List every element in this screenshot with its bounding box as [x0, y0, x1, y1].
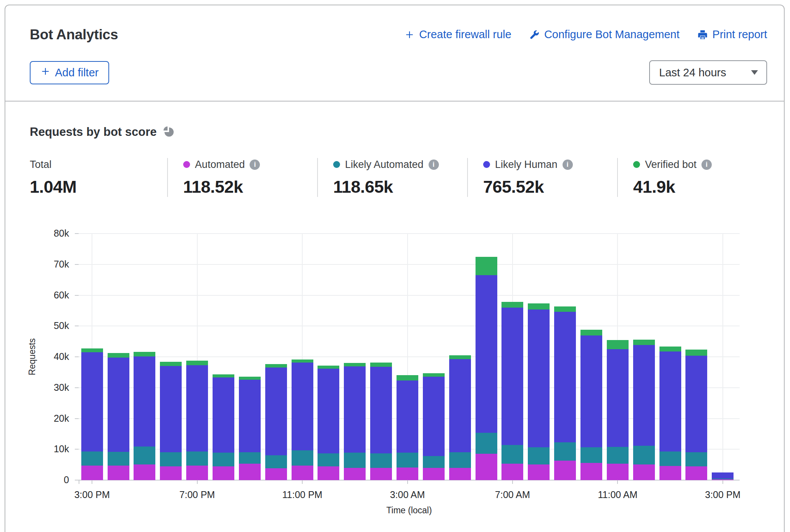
bar-segment-verified-bot: [607, 340, 629, 349]
bar-segment-verified-bot: [292, 360, 313, 362]
bar-hour-18[interactable]: [554, 306, 576, 480]
bar-hour-7[interactable]: [265, 364, 287, 480]
bar-hour-16[interactable]: [501, 302, 523, 480]
bar-segment-likely-human: [160, 366, 182, 452]
plus-icon: [40, 66, 50, 79]
bar-segment-verified-bot: [213, 374, 234, 377]
bar-segment-likely-human: [134, 356, 155, 447]
bar-hour-10[interactable]: [344, 363, 366, 480]
bar-hour-4[interactable]: [186, 361, 208, 480]
bar-hour-21[interactable]: [633, 340, 655, 480]
bar-segment-likely-human: [81, 352, 103, 451]
bar-segment-automated: [344, 468, 366, 480]
bar-segment-automated: [607, 464, 629, 480]
legend-dot-automated: [183, 161, 190, 168]
info-icon[interactable]: i: [429, 160, 439, 170]
time-range-value: Last 24 hours: [659, 66, 726, 79]
bar-segment-verified-bot: [239, 377, 261, 379]
bar-segment-verified-bot: [580, 330, 602, 335]
bar-hour-9[interactable]: [318, 366, 339, 480]
bar-segment-automated: [239, 464, 261, 480]
x-tick-mark: [79, 480, 79, 484]
x-tick-label: 3:00 PM: [685, 489, 761, 500]
bar-segment-likely-human: [292, 363, 313, 451]
bar-segment-verified-bot: [108, 353, 129, 357]
stat-total: Total 1.04M: [30, 158, 167, 197]
bar-hour-14[interactable]: [449, 355, 471, 480]
bar-hour-13[interactable]: [423, 373, 445, 480]
gridline: [79, 295, 740, 296]
y-tick-mark: [75, 264, 79, 265]
bar-segment-likely-automated: [81, 451, 103, 466]
bar-segment-verified-bot: [397, 375, 418, 381]
y-tick-mark: [75, 387, 79, 388]
bar-hour-11[interactable]: [370, 363, 392, 480]
bar-hour-22[interactable]: [659, 347, 681, 480]
pie-chart-icon[interactable]: [163, 125, 175, 139]
bar-hour-0[interactable]: [81, 348, 103, 480]
bar-hour-8[interactable]: [292, 360, 313, 480]
info-icon[interactable]: i: [701, 160, 712, 170]
bar-segment-verified-bot: [449, 355, 471, 359]
bar-segment-likely-automated: [213, 453, 234, 466]
bar-segment-verified-bot: [685, 350, 707, 355]
stat-value: 765.52k: [483, 177, 617, 197]
bar-hour-1[interactable]: [108, 353, 129, 480]
bar-hour-6[interactable]: [239, 377, 261, 480]
bar-hour-2[interactable]: [134, 352, 155, 480]
bar-hour-3[interactable]: [160, 362, 182, 480]
configure-bot-management-link[interactable]: Configure Bot Management: [529, 28, 680, 41]
bar-segment-verified-bot: [659, 347, 681, 351]
bar-segment-automated: [685, 466, 707, 480]
bar-segment-automated: [265, 468, 287, 480]
requests-section: Requests by bot score Total 1.04M Automa…: [5, 102, 784, 527]
bar-segment-automated: [213, 466, 234, 480]
bar-segment-likely-human: [607, 349, 629, 447]
action-label: Configure Bot Management: [544, 28, 680, 41]
legend-dot-likely-human: [483, 161, 490, 168]
bar-segment-automated: [580, 463, 602, 480]
bar-hour-20[interactable]: [607, 340, 629, 480]
y-tick-mark: [75, 326, 79, 326]
bar-segment-likely-human: [501, 308, 523, 445]
bar-hour-15[interactable]: [476, 257, 497, 480]
bar-segment-automated: [554, 461, 576, 480]
bar-hour-17[interactable]: [528, 303, 550, 480]
print-report-link[interactable]: Print report: [697, 28, 767, 41]
bar-segment-verified-bot: [476, 257, 497, 275]
bar-hour-12[interactable]: [397, 375, 418, 480]
bar-segment-likely-automated: [397, 453, 418, 468]
bar-segment-automated: [659, 466, 681, 480]
bar-segment-likely-automated: [318, 453, 339, 467]
y-tick-label: 30k: [0, 382, 69, 393]
bar-segment-likely-automated: [580, 447, 602, 463]
info-icon[interactable]: i: [250, 160, 260, 170]
x-tick-mark: [92, 480, 92, 484]
bar-hour-19[interactable]: [580, 330, 602, 480]
bar-segment-likely-automated: [186, 451, 208, 466]
y-tick-mark: [75, 356, 79, 357]
y-tick-mark: [75, 449, 79, 450]
bar-segment-likely-human: [213, 377, 234, 453]
bar-hour-24[interactable]: [712, 472, 734, 480]
create-firewall-rule-link[interactable]: Create firewall rule: [405, 28, 511, 41]
add-filter-button[interactable]: Add filter: [30, 61, 109, 84]
gridline: [79, 264, 740, 265]
bar-segment-verified-bot: [501, 302, 523, 308]
bar-segment-automated: [81, 466, 103, 480]
x-tick-mark: [617, 480, 618, 484]
bar-segment-likely-human: [397, 380, 418, 453]
action-label: Print report: [713, 28, 767, 41]
y-tick-mark: [75, 480, 79, 480]
printer-icon: [697, 29, 708, 40]
bar-segment-likely-human: [344, 366, 366, 453]
plus-icon: [405, 30, 414, 40]
time-range-dropdown[interactable]: Last 24 hours: [649, 60, 767, 85]
info-icon[interactable]: i: [563, 160, 573, 170]
bar-segment-likely-automated: [239, 452, 261, 464]
bar-segment-verified-bot: [318, 366, 339, 369]
bar-segment-likely-automated: [370, 453, 392, 468]
bar-hour-5[interactable]: [213, 374, 234, 480]
bar-hour-23[interactable]: [685, 350, 707, 480]
stats-row: Total 1.04M Automated i 118.52k Likely A…: [30, 158, 767, 197]
